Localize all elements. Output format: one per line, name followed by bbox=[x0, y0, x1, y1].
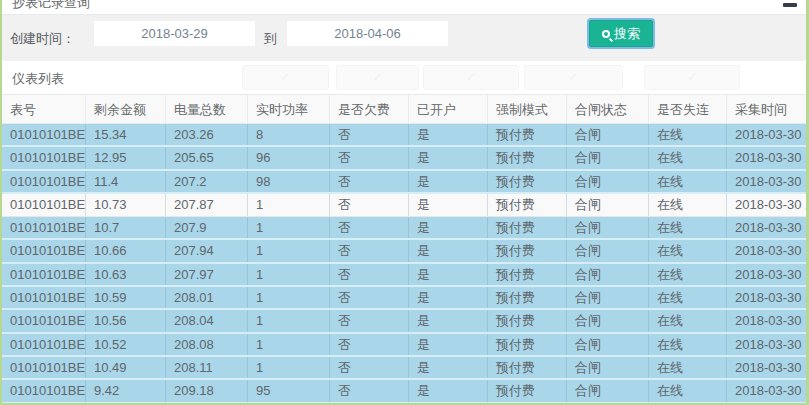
table-cell: 预付费 bbox=[487, 124, 566, 145]
ghost-button: ✓ bbox=[242, 65, 329, 90]
table-cell: 01010101BE bbox=[2, 124, 85, 145]
ghost-button: ✓ bbox=[644, 65, 740, 90]
table-cell: 01010101BE bbox=[2, 310, 85, 331]
table-cell: 是 bbox=[408, 287, 487, 308]
table-row[interactable]: 01010101BE15.34203.268否是预付费合闸在线2018-03-3… bbox=[2, 124, 806, 147]
table-cell: 在线 bbox=[648, 380, 726, 401]
table-cell: 是 bbox=[408, 217, 487, 238]
column-header: 强制模式 bbox=[487, 95, 566, 123]
column-header: 剩余金额 bbox=[85, 95, 165, 123]
column-header: 合闸状态 bbox=[566, 95, 648, 123]
table-cell: 预付费 bbox=[487, 334, 566, 355]
table-cell: 10.66 bbox=[85, 240, 165, 261]
table-row[interactable]: 01010101BE10.52208.081否是预付费合闸在线2018-03-3… bbox=[2, 334, 806, 357]
section-title: 仪表列表 bbox=[12, 70, 64, 88]
table-cell: 合闸 bbox=[566, 380, 648, 401]
table-cell: 在线 bbox=[648, 357, 726, 378]
table-cell: 否 bbox=[329, 334, 408, 355]
table-cell: 是 bbox=[408, 124, 487, 145]
table-cell: 10.56 bbox=[85, 310, 165, 331]
table-body: 01010101BE15.34203.268否是预付费合闸在线2018-03-3… bbox=[2, 124, 806, 403]
table-cell: 1 bbox=[247, 310, 329, 331]
table-cell: 否 bbox=[329, 287, 408, 308]
table-cell: 合闸 bbox=[566, 287, 648, 308]
table-cell: 否 bbox=[329, 124, 408, 145]
table-cell: 否 bbox=[329, 264, 408, 285]
table-row[interactable]: 01010101BE10.7207.91否是预付费合闸在线2018-03-30 … bbox=[2, 217, 806, 240]
table-row[interactable]: 01010101BE10.73207.871否是预付费合闸在线2018-03-3… bbox=[2, 194, 806, 217]
table-cell: 01010101BE bbox=[2, 240, 85, 261]
table-cell: 是 bbox=[408, 264, 487, 285]
table-cell: 01010101BE bbox=[2, 380, 85, 401]
table-cell: 2018-03-30 15:1 bbox=[726, 287, 806, 308]
table-cell: 否 bbox=[329, 171, 408, 192]
column-header: 已开户 bbox=[408, 95, 487, 123]
table-cell: 否 bbox=[329, 310, 408, 331]
table-cell: 96 bbox=[247, 147, 329, 168]
filter-bar: 创建时间： 到 搜索 bbox=[2, 15, 806, 61]
table-row[interactable]: 01010101BE10.66207.941否是预付费合闸在线2018-03-3… bbox=[2, 240, 806, 263]
table-cell: 是 bbox=[408, 334, 487, 355]
table-cell: 是 bbox=[408, 357, 487, 378]
table-cell: 在线 bbox=[648, 240, 726, 261]
table-cell: 在线 bbox=[648, 287, 726, 308]
created-time-label: 创建时间： bbox=[10, 30, 75, 48]
column-header: 是否欠费 bbox=[329, 95, 408, 123]
column-header: 采集时间 bbox=[726, 95, 806, 123]
table-cell: 是 bbox=[408, 147, 487, 168]
table-cell: 预付费 bbox=[487, 194, 566, 216]
column-header: 是否失连 bbox=[648, 95, 726, 123]
table-row[interactable]: 01010101BE10.59208.011否是预付费合闸在线2018-03-3… bbox=[2, 287, 806, 310]
table-cell: 预付费 bbox=[487, 217, 566, 238]
start-date-input[interactable] bbox=[93, 20, 256, 47]
table-cell: 207.97 bbox=[165, 264, 247, 285]
table-cell: 合闸 bbox=[566, 264, 648, 285]
column-header: 电量总数 bbox=[165, 95, 247, 123]
table-cell: 1 bbox=[247, 264, 329, 285]
table-row[interactable]: 01010101BE12.95205.6596否是预付费合闸在线2018-03-… bbox=[2, 147, 806, 170]
table-cell: 在线 bbox=[648, 124, 726, 145]
table-cell: 2018-03-30 15:1 bbox=[726, 334, 806, 355]
table-cell: 否 bbox=[329, 240, 408, 261]
table-cell: 2018-03-30 15:1 bbox=[726, 264, 806, 285]
table-header-row: 表号剩余金额电量总数实时功率是否欠费已开户强制模式合闸状态是否失连采集时间 bbox=[2, 94, 806, 124]
table-cell: 预付费 bbox=[487, 310, 566, 331]
minimize-icon[interactable] bbox=[783, 3, 797, 7]
table-row[interactable]: 01010101BE10.49208.111否是预付费合闸在线2018-03-3… bbox=[2, 357, 806, 380]
column-header: 实时功率 bbox=[247, 95, 329, 123]
table-cell: 207.94 bbox=[165, 240, 247, 261]
query-panel: 抄表记录查询 创建时间： 到 搜索 仪表列表 ✓ ✓ ✓ ✓ ✓ 表号剩余金额电… bbox=[2, 0, 806, 403]
table-cell: 2018-03-30 15:1 bbox=[726, 357, 806, 378]
table-cell: 01010101BE bbox=[2, 147, 85, 168]
table-cell: 208.04 bbox=[165, 310, 247, 331]
table-cell: 合闸 bbox=[566, 147, 648, 168]
table-cell: 208.08 bbox=[165, 334, 247, 355]
table-cell: 12.95 bbox=[85, 147, 165, 168]
table-cell: 2018-03-30 15:1 bbox=[726, 310, 806, 331]
search-button[interactable]: 搜索 bbox=[589, 20, 653, 47]
table-cell: 在线 bbox=[648, 147, 726, 168]
table-row[interactable]: 01010101BE10.63207.971否是预付费合闸在线2018-03-3… bbox=[2, 264, 806, 287]
table-cell: 预付费 bbox=[487, 171, 566, 192]
table-cell: 在线 bbox=[648, 194, 726, 216]
table-cell: 1 bbox=[247, 287, 329, 308]
search-button-label: 搜索 bbox=[614, 25, 640, 43]
end-date-input[interactable] bbox=[286, 20, 449, 47]
table-cell: 01010101BE bbox=[2, 264, 85, 285]
table-cell: 合闸 bbox=[566, 217, 648, 238]
table-cell: 2018-03-30 15:1 bbox=[726, 147, 806, 168]
table-cell: 1 bbox=[247, 194, 329, 216]
table-cell: 合闸 bbox=[566, 357, 648, 378]
table-row[interactable]: 01010101BE9.42209.1895否是预付费合闸在线2018-03-3… bbox=[2, 380, 806, 403]
table-cell: 2018-03-30 15:1 bbox=[726, 240, 806, 261]
table-cell: 是 bbox=[408, 380, 487, 401]
table-cell: 01010101BE bbox=[2, 357, 85, 378]
table-cell: 208.11 bbox=[165, 357, 247, 378]
table-row[interactable]: 01010101BE11.4207.298否是预付费合闸在线2018-03-30… bbox=[2, 171, 806, 194]
page-title: 抄表记录查询 bbox=[12, 0, 90, 12]
table-cell: 98 bbox=[247, 171, 329, 192]
table-row[interactable]: 01010101BE10.56208.041否是预付费合闸在线2018-03-3… bbox=[2, 310, 806, 333]
table-cell: 预付费 bbox=[487, 240, 566, 261]
table-cell: 预付费 bbox=[487, 380, 566, 401]
table-cell: 否 bbox=[329, 357, 408, 378]
